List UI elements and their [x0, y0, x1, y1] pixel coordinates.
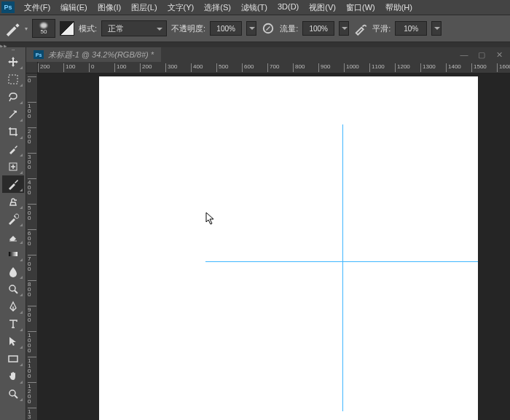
toggle-panel-icon[interactable] [60, 21, 74, 36]
airbrush-icon[interactable] [353, 21, 368, 36]
ruler-tick: 200 [38, 63, 50, 72]
document-tab-strip: Ps 未标题-1 @ 34.2%(RGB/8#) * — ▢ ✕ [26, 47, 510, 62]
marquee-tool[interactable] [2, 71, 24, 88]
options-bar: ▾ 50 模式: 正常 不透明度: 100% 流量: 100% 平滑: 10% [0, 15, 510, 42]
toolbox: ┅ [0, 47, 26, 420]
ruler-tick: 400 [191, 63, 203, 72]
type-tool[interactable] [2, 315, 24, 333]
close-icon[interactable]: ✕ [494, 49, 504, 60]
lasso-tool[interactable] [2, 88, 24, 106]
document-tab-title: 未标题-1 @ 34.2%(RGB/8#) * [48, 49, 154, 60]
ruler-tick: 600 [242, 63, 254, 72]
eyedropper-tool[interactable] [2, 140, 24, 158]
canvas[interactable] [99, 76, 478, 420]
ruler-tick: 200 [140, 63, 152, 72]
svg-point-8 [9, 390, 15, 396]
menu-item[interactable]: 文字(Y) [162, 0, 200, 15]
menu-item[interactable]: 窗口(W) [341, 0, 380, 15]
blend-mode-dropdown[interactable]: 正常 [101, 20, 167, 36]
ruler-tick: 900 [28, 306, 36, 322]
clone-stamp-tool[interactable] [2, 193, 24, 210]
ruler-tick: 100 [63, 63, 75, 72]
chevron-down-icon[interactable]: ▾ [25, 25, 28, 32]
horizontal-guide[interactable] [205, 261, 478, 262]
ruler-tick: 600 [28, 229, 36, 246]
svg-rect-5 [9, 252, 17, 256]
ruler-tick: 1100 [369, 63, 385, 72]
menu-item[interactable]: 图像(I) [93, 0, 126, 15]
ruler-tick: 1300 [420, 63, 436, 72]
ruler-tick: 100 [114, 63, 126, 72]
ruler-origin[interactable] [26, 62, 38, 74]
opacity-input[interactable]: 100% [210, 21, 242, 36]
ruler-tick: 300 [165, 63, 177, 72]
ruler-tick: 0 [28, 76, 36, 83]
menu-item[interactable]: 文件(F) [19, 0, 55, 15]
work-area: 2001000100200300400500600700800900100011… [26, 62, 510, 420]
ruler-tick: 1200 [395, 63, 410, 72]
ruler-tick: 0 [89, 63, 94, 72]
menu-item[interactable]: 选择(S) [199, 0, 236, 15]
minimize-icon[interactable]: — [459, 49, 469, 60]
app-logo-icon: Ps [1, 1, 15, 13]
zoom-tool[interactable] [2, 385, 24, 403]
blend-mode-value: 正常 [108, 23, 124, 34]
svg-point-2 [15, 111, 17, 112]
flow-dropdown-icon[interactable] [339, 21, 349, 36]
grip-icon[interactable]: ┅ [0, 47, 26, 53]
eraser-tool[interactable] [2, 228, 24, 245]
ruler-tick: 1400 [446, 63, 461, 72]
horizontal-ruler[interactable]: 2001000100200300400500600700800900100011… [38, 62, 510, 74]
ruler-tick: 1300 [28, 408, 36, 420]
ruler-tick: 700 [28, 255, 36, 272]
doc-icon: Ps [34, 50, 44, 59]
healing-brush-tool[interactable] [2, 158, 24, 175]
rectangle-tool[interactable] [2, 350, 24, 368]
smoothing-dropdown-icon[interactable] [431, 21, 442, 36]
hand-tool[interactable] [2, 368, 24, 385]
svg-rect-7 [9, 356, 17, 362]
menu-item[interactable]: 编辑(E) [55, 0, 93, 15]
document-tab[interactable]: Ps 未标题-1 @ 34.2%(RGB/8#) * [26, 47, 161, 62]
brush-tool-icon[interactable] [4, 20, 20, 36]
pen-tool[interactable] [2, 298, 24, 315]
path-selection-tool[interactable] [2, 333, 24, 350]
canvas-viewport[interactable] [38, 74, 510, 420]
crop-tool[interactable] [2, 123, 24, 140]
pressure-opacity-icon[interactable] [261, 21, 275, 36]
move-tool[interactable] [2, 53, 24, 71]
maximize-icon[interactable]: ▢ [476, 49, 487, 60]
smoothing-input[interactable]: 10% [395, 21, 427, 36]
ruler-tick: 800 [293, 63, 305, 72]
ruler-tick: 900 [318, 63, 330, 72]
ruler-tick: 100 [28, 102, 36, 119]
menu-item[interactable]: 滤镜(T) [236, 0, 272, 15]
dodge-tool[interactable] [2, 280, 24, 298]
ruler-tick: 1500 [471, 63, 487, 72]
menu-bar: Ps 文件(F)编辑(E)图像(I)图层(L)文字(Y)选择(S)滤镜(T)3D… [0, 0, 510, 15]
ruler-tick: 1600 [497, 63, 510, 72]
vertical-guide[interactable] [342, 124, 343, 411]
blur-tool[interactable] [2, 263, 24, 280]
menu-item[interactable]: 图层(L) [126, 0, 162, 15]
menu-item[interactable]: 3D(D) [272, 0, 304, 15]
brush-tool[interactable] [2, 175, 24, 193]
history-brush-tool[interactable] [2, 210, 24, 228]
flow-label: 流量: [280, 23, 298, 34]
gradient-tool[interactable] [2, 245, 24, 263]
opacity-label: 不透明度: [171, 23, 205, 34]
menu-item[interactable]: 视图(V) [304, 0, 341, 15]
vertical-ruler[interactable]: 0100200300400500600700800900100011001200… [26, 74, 38, 420]
window-controls: — ▢ ✕ [459, 47, 510, 62]
flow-input[interactable]: 100% [302, 21, 334, 36]
ruler-tick: 1000 [344, 63, 359, 72]
opacity-dropdown-icon[interactable] [246, 21, 256, 36]
menu-item[interactable]: 帮助(H) [380, 0, 417, 15]
ruler-tick: 500 [28, 204, 36, 221]
svg-rect-1 [9, 75, 17, 84]
magic-wand-tool[interactable] [2, 106, 24, 123]
brush-size-label: 50 [41, 28, 47, 35]
brush-preset-picker[interactable]: 50 [32, 19, 55, 38]
mode-label: 模式: [79, 23, 97, 34]
smoothing-label: 平滑: [372, 23, 391, 34]
